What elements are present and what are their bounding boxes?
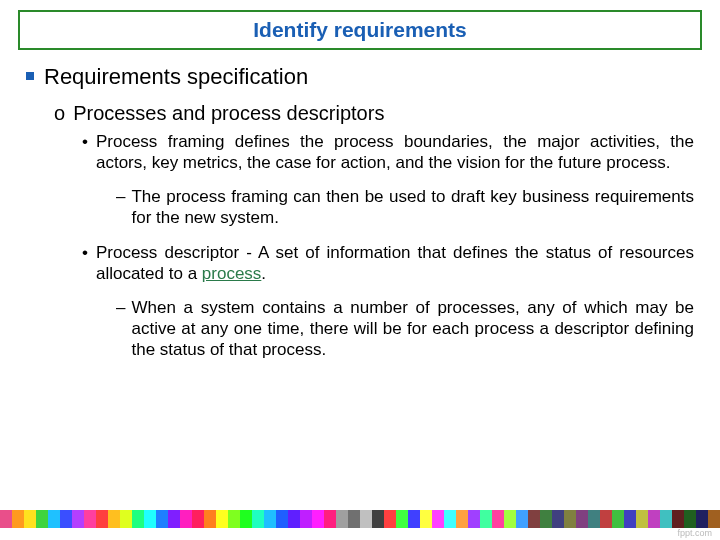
lvl3-text-a: Process framing defines the process boun… <box>96 131 694 174</box>
lvl3b-post: . <box>261 264 266 283</box>
bullet-level-3: • Process descriptor - A set of informat… <box>82 242 694 285</box>
bullet-level-4: – The process framing can then be used t… <box>116 186 694 229</box>
bullet-level-4: – When a system contains a number of pro… <box>116 297 694 361</box>
decorative-color-strip <box>0 510 720 528</box>
lvl2-text: Processes and process descriptors <box>73 102 384 125</box>
bullet-level-2: o Processes and process descriptors <box>54 102 694 125</box>
watermark-text: fppt.com <box>677 528 712 538</box>
content-area: Requirements specification o Processes a… <box>0 50 720 360</box>
dash-bullet-icon: – <box>116 298 125 318</box>
slide-title: Identify requirements <box>253 18 467 41</box>
title-box: Identify requirements <box>18 10 702 50</box>
square-bullet-icon <box>26 72 34 80</box>
bullet-level-1: Requirements specification <box>26 64 694 90</box>
lvl3-text-b: Process descriptor - A set of informatio… <box>96 242 694 285</box>
process-link[interactable]: process <box>202 264 262 283</box>
lvl3b-pre: Process descriptor - A set of informatio… <box>96 243 694 283</box>
dot-bullet-icon: • <box>82 243 88 263</box>
lvl4-text-b: When a system contains a number of proce… <box>131 297 694 361</box>
dot-bullet-icon: • <box>82 132 88 152</box>
bullet-level-3: • Process framing defines the process bo… <box>82 131 694 174</box>
lvl4-text-a: The process framing can then be used to … <box>131 186 694 229</box>
dash-bullet-icon: – <box>116 187 125 207</box>
lvl1-text: Requirements specification <box>44 64 308 90</box>
circle-bullet-icon: o <box>54 102 65 125</box>
